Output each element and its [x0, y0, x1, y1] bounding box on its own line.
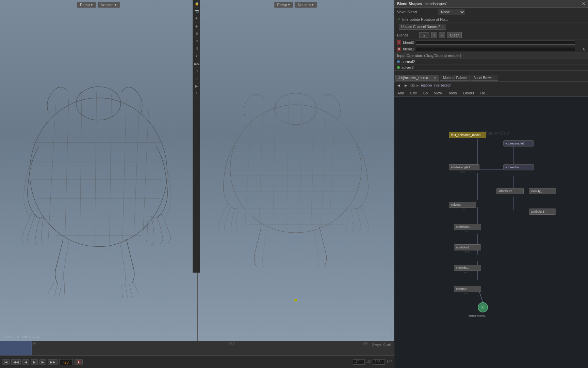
ne-menu: Add Edit Go View Tools Layout He...: [396, 90, 490, 96]
blend-shapes-panel: Blend Shapes blendshapes1 ✕ Voxel Blend …: [394, 0, 588, 71]
audio-btn[interactable]: 🔇: [75, 359, 83, 365]
node-attribblur3[interactable]: attribblur3: [454, 224, 481, 230]
blend1-remove-btn[interactable]: ✕: [397, 47, 401, 51]
menu-he[interactable]: He...: [479, 90, 490, 96]
path-resolve[interactable]: resolve_intersection: [421, 83, 451, 87]
next-frame-btn[interactable]: ▶: [39, 359, 46, 365]
timeline-bar[interactable]: -20 54.5 108 0 keys, 0 sel: [0, 341, 394, 356]
operator-dot-blue: [397, 60, 400, 63]
operator-dot-green: [397, 66, 400, 69]
svg-line-12: [110, 94, 111, 243]
tab-resolve-intersection[interactable]: /obj/resolve_interse... ✕: [395, 75, 439, 81]
blend-item-0: ✕ blend0: [394, 40, 588, 46]
blends-row: Blends + − Clear: [394, 31, 588, 40]
ris-lock-btn[interactable]: 🔒: [193, 0, 200, 7]
svg-line-31: [321, 111, 326, 228]
ris-snap-btn[interactable]: ⊙: [193, 37, 200, 45]
go-start-btn[interactable]: |◀: [2, 359, 10, 365]
operator-normal2-name: normal2: [402, 60, 415, 64]
main-container: Persp No cam: [0, 0, 588, 368]
ne-back-btn[interactable]: ◀: [396, 83, 402, 88]
node-canvas[interactable]: IndiEEdition Geo: [394, 113, 588, 368]
node-vdbresample2[interactable]: vdbresample2: [503, 140, 534, 147]
cam-btn-left[interactable]: No cam: [98, 2, 120, 8]
node-id-label: identity_: [531, 189, 542, 193]
node-ab1b-sub: ○ ○: [465, 250, 469, 254]
persp-btn-right[interactable]: Persp: [274, 2, 294, 8]
frame-end-input[interactable]: [373, 359, 385, 365]
blend0-name: blend0: [403, 41, 414, 45]
input-operators-header: Input Operators (Drag/Drop to reorder): [394, 52, 588, 59]
viewport-left[interactable]: Persp No cam: [0, 0, 197, 341]
node-attribblur2[interactable]: attribblur2: [496, 188, 524, 194]
node-solver3[interactable]: solver3: [449, 202, 476, 208]
node-identity[interactable]: identity_: [529, 188, 556, 194]
timeline-progress: [0, 341, 32, 355]
right-panel: Blend Shapes blendshapes1 ✕ Voxel Blend …: [394, 0, 588, 368]
prev-frame-btn[interactable]: ◀: [22, 359, 29, 365]
blend0-slider[interactable]: [416, 41, 575, 45]
next-key-btn[interactable]: ▶▶: [48, 359, 58, 365]
blend1-slider[interactable]: [416, 47, 575, 51]
node-bs1-inner: ✦: [482, 306, 484, 309]
node-ab3-sub: ○ ○: [465, 230, 469, 233]
blend-shapes-title: Blend Shapes: [397, 2, 422, 6]
path-obj[interactable]: obj: [410, 83, 415, 87]
svg-line-32: [329, 118, 334, 226]
blend0-remove-btn[interactable]: ✕: [397, 40, 401, 45]
update-channel-row: Update Channel Names Fro: [394, 23, 588, 31]
frame-start-input[interactable]: [353, 359, 365, 365]
ris-camera-btn[interactable]: 📷: [193, 7, 200, 15]
ris-info-btn[interactable]: ℹ: [193, 52, 200, 60]
ris-bone-btn[interactable]: ⚙: [193, 45, 200, 52]
ris-text-btn[interactable]: abc: [193, 60, 200, 67]
viewport-right[interactable]: Persp No cam: [197, 0, 394, 341]
menu-go[interactable]: Go: [422, 90, 429, 96]
prev-key-btn[interactable]: ◀◀: [11, 359, 21, 365]
play-btn[interactable]: ▶: [31, 359, 38, 365]
ne-forward-btn[interactable]: ▶: [403, 83, 409, 88]
ris-settings-btn[interactable]: ⋮: [193, 90, 200, 97]
menu-tools[interactable]: Tools: [447, 90, 458, 96]
frame-display[interactable]: -20: [59, 359, 73, 365]
blend-count-input[interactable]: [419, 32, 429, 38]
menu-add[interactable]: Add: [396, 90, 406, 96]
tab-close[interactable]: ✕: [434, 76, 436, 80]
svg-point-17: [230, 105, 361, 233]
node-editor-toolbar: Add Edit Go View Tools Layout He...: [394, 89, 588, 97]
clear-btn[interactable]: Clear: [447, 32, 462, 38]
persp-btn-left[interactable]: Persp: [77, 2, 96, 8]
ris-num-btn[interactable]: 12: [193, 75, 200, 82]
node-attribblur1-bot[interactable]: attribblur1: [454, 244, 481, 250]
menu-edit[interactable]: Edit: [409, 90, 418, 96]
node-smooth10[interactable]: smooth10: [454, 265, 481, 271]
tab-asset-browser[interactable]: Asset Brows...: [471, 75, 499, 81]
node-ab2-label: attribblur2: [499, 189, 512, 193]
node-attribwrangle2[interactable]: attribwrangle2: [449, 164, 479, 170]
blend-minus-btn[interactable]: −: [439, 32, 445, 38]
ris-grid-btn[interactable]: ⊞: [193, 30, 200, 37]
ris-render-btn[interactable]: ◈: [193, 22, 200, 30]
ris-box-btn[interactable]: □: [193, 67, 200, 75]
update-channel-btn[interactable]: Update Channel Names Fro: [399, 24, 446, 30]
node-aw2-sub: ○ ○: [461, 170, 465, 173]
voxel-blend-select[interactable]: None: [438, 9, 465, 15]
timeline-controls: |◀ ◀◀ ◀ ▶ ▶ ▶▶ -20 🔇 -20 108: [0, 356, 394, 368]
svg-line-14: [134, 104, 139, 239]
node-vdbr-label: vdbrestha...: [505, 166, 521, 169]
tick-108: 108: [362, 342, 368, 345]
node-vdbresample2-label: vdbresample2: [505, 142, 525, 145]
panel-close-btn[interactable]: ✕: [582, 1, 585, 6]
menu-view[interactable]: View: [432, 90, 443, 96]
blend-plus-btn[interactable]: +: [431, 32, 437, 38]
tab-material-palette[interactable]: Material Palette: [440, 75, 470, 81]
node-attribblur1-top[interactable]: attribblur1: [529, 209, 556, 215]
ris-play-btn[interactable]: ▶: [193, 82, 200, 90]
node-blendshapes1[interactable]: ✦: [478, 302, 488, 312]
blend1-name: blend1: [403, 47, 414, 51]
cam-btn-right[interactable]: No cam: [295, 2, 317, 8]
menu-layout[interactable]: Layout: [462, 90, 476, 96]
ris-eye-btn[interactable]: 👁: [193, 15, 200, 22]
node-normal2[interactable]: normal2: [454, 286, 481, 292]
node-vdbrestha[interactable]: vdbrestha...: [503, 164, 534, 170]
